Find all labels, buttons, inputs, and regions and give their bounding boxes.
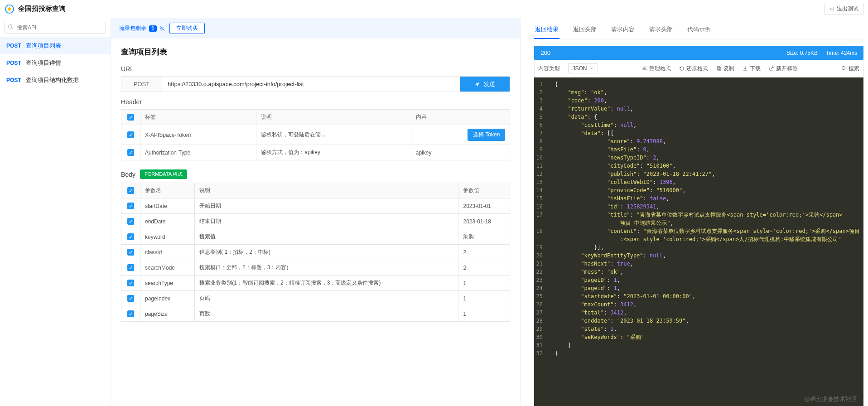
row-checkbox[interactable]: ✓ [127, 280, 134, 286]
content-type-select[interactable]: JSON [568, 63, 598, 73]
download-button[interactable]: 下载 [743, 65, 761, 72]
search-response-button[interactable]: 搜索 [841, 65, 859, 72]
svg-rect-3 [718, 68, 721, 70]
svg-point-5 [842, 67, 845, 70]
response-code[interactable]: 1 2 3 4 5 6 7 8 9 10 11 12 13 14 15 16 1… [534, 77, 863, 406]
sidebar-item-project-list[interactable]: POST 查询项目列表 [0, 37, 111, 54]
table-row: ✓ pageSize页数1 [121, 306, 510, 322]
sidebar-item-project-detail[interactable]: POST 查询项目详情 [0, 54, 111, 72]
search-icon [841, 66, 847, 71]
table-row: ✓ classId信息类别( 1：招标，2：中标)2 [121, 245, 510, 260]
chevron-down-icon [589, 66, 594, 71]
copy-button[interactable]: 复制 [716, 65, 734, 72]
logo-icon [5, 4, 14, 14]
tab-req-body[interactable]: 请求内容 [610, 21, 636, 39]
row-checkbox[interactable]: ✓ [127, 249, 134, 256]
quota-bar: 流量包剩余 1 次 立即购买 [111, 18, 520, 39]
search-icon [8, 24, 14, 31]
response-size: 0.75KB [800, 50, 818, 56]
url-input[interactable] [162, 77, 460, 92]
quota-count: 1 [149, 25, 157, 32]
new-tab-button[interactable]: 新开标签 [769, 65, 798, 72]
restore-icon [679, 66, 685, 71]
row-checkbox[interactable]: ✓ [127, 203, 134, 209]
header-check-all[interactable]: ✓ [127, 114, 134, 121]
svg-point-1 [8, 7, 11, 10]
headers-table: ✓ 标签 说明 内容 ✓ X-APISpace-Token鉴权私钥，可登陆后在管… [121, 109, 510, 160]
table-row: ✓ endDate结束日期2023-01-18 [121, 214, 510, 229]
svg-point-2 [9, 25, 12, 29]
sidebar-item-label: 查询项目详情 [26, 59, 61, 67]
copy-icon [716, 66, 722, 71]
url-section-label: URL [121, 65, 510, 72]
tab-req-headers[interactable]: 请求头部 [648, 21, 674, 39]
status-bar: 200 Size: 0.75KB Time: 424ms [534, 46, 863, 60]
exit-debug-button[interactable]: 退出测试 [825, 3, 863, 15]
row-checkbox[interactable]: ✓ [127, 264, 134, 271]
app-title: 全国招投标查询 [18, 5, 66, 13]
tab-resp-headers[interactable]: 返回头部 [572, 21, 598, 39]
table-row: ✓ X-APISpace-Token鉴权私钥，可登陆后在管... 选择 Toke… [121, 125, 510, 145]
body-params-table: ✓ 参数名 说明 参数值 ✓ startDate开始日期2023-01-01✓ … [121, 183, 510, 322]
row-checkbox[interactable]: ✓ [127, 310, 134, 317]
format-icon [642, 66, 647, 71]
table-row: ✓ startDate开始日期2023-01-01 [121, 198, 510, 214]
table-row: ✓ pageIndex页码1 [121, 291, 510, 306]
search-api-input[interactable] [5, 22, 106, 34]
row-checkbox[interactable]: ✓ [127, 295, 134, 302]
tab-code-sample[interactable]: 代码示例 [686, 21, 712, 39]
restore-button[interactable]: 还原格式 [679, 65, 708, 72]
send-button[interactable]: 发送 [460, 77, 510, 92]
new-tab-icon [769, 66, 774, 71]
body-check-all[interactable]: ✓ [127, 187, 134, 194]
response-tabs: 返回结果 返回头部 请求内容 请求头部 代码示例 [534, 21, 863, 39]
row-checkbox[interactable]: ✓ [127, 233, 134, 240]
table-row: ✓ keyword搜索值采购 [121, 229, 510, 245]
exit-icon [829, 6, 835, 12]
request-panel: 流量包剩余 1 次 立即购买 查询项目列表 URL POST 发送 [111, 18, 521, 406]
row-checkbox[interactable]: ✓ [127, 149, 134, 156]
table-row: ✓ Authorization-Type鉴权方式，值为：apikey apike… [121, 145, 510, 160]
header-section-label: Header [121, 98, 510, 106]
svg-rect-4 [717, 67, 720, 69]
response-panel: 返回结果 返回头部 请求内容 请求头部 代码示例 200 Size: 0.75K… [521, 18, 868, 406]
row-checkbox[interactable]: ✓ [127, 218, 134, 225]
sidebar-item-label: 查询项目列表 [26, 42, 61, 50]
page-title: 查询项目列表 [121, 47, 510, 57]
status-code: 200 [540, 49, 550, 56]
sidebar: POST 查询项目列表 POST 查询项目详情 POST 查询项目结构化数据 [0, 18, 111, 406]
download-icon [743, 66, 748, 71]
response-toolbar: 内容类型 JSON 整理格式 还原格式 复制 下载 新开标签 搜索 [534, 60, 863, 77]
format-button[interactable]: 整理格式 [642, 65, 671, 72]
table-row: ✓ searchType搜索业务类别(1：智能订阅搜索，2：精准订阅搜索，3：高… [121, 276, 510, 291]
table-row: ✓ searchMode搜索模(1：全部，2：标题，3：内容)2 [121, 260, 510, 276]
response-time: 424ms [841, 50, 857, 56]
format-badge: FORMDATA 格式 [140, 169, 188, 179]
send-icon [474, 82, 480, 87]
topbar: 全国招投标查询 退出测试 [0, 0, 868, 18]
sidebar-item-project-struct[interactable]: POST 查询项目结构化数据 [0, 72, 111, 89]
row-checkbox[interactable]: ✓ [127, 131, 134, 138]
watermark: @稀土掘金技术社区 [804, 395, 857, 404]
buy-now-button[interactable]: 立即购买 [169, 23, 205, 34]
tab-result[interactable]: 返回结果 [534, 21, 559, 39]
sidebar-item-label: 查询项目结构化数据 [26, 76, 79, 84]
http-method: POST [121, 77, 162, 92]
body-section-label: Body [121, 171, 135, 178]
select-token-button[interactable]: 选择 Token [468, 129, 505, 141]
